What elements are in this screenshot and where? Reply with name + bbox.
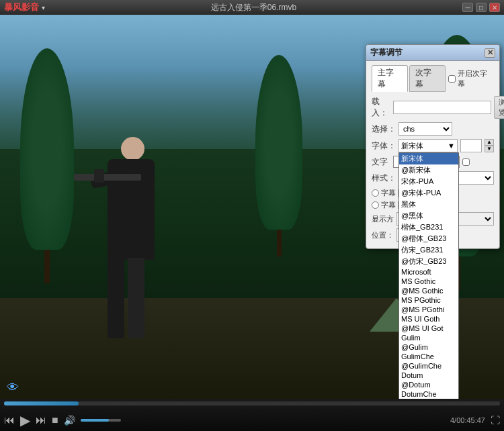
enable-secondary-label: 开启次字幕 (458, 68, 495, 89)
font-list-item[interactable]: 新宋体 (399, 153, 458, 164)
font-list-item[interactable]: 楷体_GB231 (399, 222, 458, 233)
next-button[interactable]: ⏭ (36, 414, 46, 426)
person-figure (87, 137, 175, 338)
font-list-item[interactable]: @仿宋_GB23 (399, 256, 458, 267)
tab-secondary-subtitle[interactable]: 次字幕 (409, 65, 446, 92)
font-list-item[interactable]: MS UI Goth (399, 314, 458, 324)
select-label: 选择： (372, 124, 396, 135)
progress-fill (4, 401, 79, 405)
font-list-item[interactable]: Dotum (399, 371, 458, 380)
load-input[interactable] (393, 101, 491, 114)
titlebar: 暴风影音 ▾ 远古入侵第一季06.rmvb ─ □ ✕ (0, 0, 504, 15)
font-list-item[interactable]: @Dotum (399, 380, 458, 389)
font-list-item[interactable]: @楷体_GB23 (399, 233, 458, 244)
font-list-item[interactable]: @宋体-PUA (399, 187, 458, 199)
display-label: 显示方 (372, 214, 394, 224)
font-list-item[interactable]: Gulim (399, 333, 458, 342)
tree-mid (255, 55, 302, 256)
select-row: 选择： chs cht eng (372, 122, 494, 136)
video-area: 字幕调节 ✕ 主字幕 次字幕 开启次字幕 载入： 浏览 选 (0, 15, 504, 399)
app-logo: 暴风影音 (4, 1, 39, 13)
progress-bar[interactable] (4, 401, 500, 405)
load-row: 载入： 浏览 (372, 96, 494, 119)
maximize-button[interactable]: □ (476, 3, 487, 12)
font-select-display[interactable]: 新宋体 ▼ (398, 139, 458, 152)
font-row: 字体： 新宋体 ▼ 新宋体@新宋体宋体-PUA@宋体-PUA黑体@黑体楷体_GB… (372, 139, 494, 152)
browse-button[interactable]: 浏览 (494, 96, 504, 119)
dialog-close-button[interactable]: ✕ (485, 48, 495, 58)
titlebar-left: 暴风影音 ▾ (4, 1, 45, 13)
font-size-up[interactable]: ▲ (485, 139, 494, 146)
font-list-item[interactable]: MS Gothic (399, 277, 458, 286)
enable-secondary-checkbox[interactable] (448, 75, 456, 83)
volume-icon: 🔊 (64, 415, 75, 426)
font-list-item[interactable]: @MS PGothi (399, 305, 458, 314)
font-list-item[interactable]: 仿宋_GB231 (399, 244, 458, 256)
font-list-item[interactable]: @GulimChe (399, 361, 458, 371)
play-button[interactable]: ▶ (20, 412, 30, 428)
dialog-title: 字幕调节 (370, 47, 403, 58)
subtitle-radio2[interactable] (372, 201, 379, 209)
text-label: 文字 (372, 156, 390, 168)
language-select[interactable]: chs cht eng (398, 122, 452, 136)
tab-main-subtitle[interactable]: 主字幕 (372, 65, 408, 92)
fullscreen-button[interactable]: ⛶ (491, 415, 500, 426)
font-select-container: 新宋体 ▼ 新宋体@新宋体宋体-PUA@宋体-PUA黑体@黑体楷体_GB231@… (398, 139, 458, 152)
controls-right: 4/00:45:47 ⛶ (450, 415, 500, 426)
enable-secondary-checkbox-row: 开启次字幕 (448, 68, 495, 89)
minimize-button[interactable]: ─ (462, 3, 473, 12)
tab-row: 主字幕 次字幕 开启次字幕 (372, 65, 494, 92)
font-list-item[interactable]: 宋体-PUA (399, 176, 458, 187)
window-title: 远古入侵第一季06.rmvb (45, 2, 462, 13)
style-label: 样式： (372, 173, 396, 184)
font-size-down[interactable]: ▼ (485, 146, 494, 152)
dialog-titlebar: 字幕调节 ✕ (366, 45, 499, 61)
font-size-spin: ▲ ▼ (485, 139, 494, 152)
tree-left (20, 48, 74, 283)
font-list-item[interactable]: 黑体 (399, 199, 458, 210)
time-display: 4/00:45:47 (450, 416, 485, 424)
font-list-item[interactable]: MS PGothic (399, 295, 458, 305)
font-list-item[interactable]: Microsoft (399, 267, 458, 277)
subtitle-dialog: 字幕调节 ✕ 主字幕 次字幕 开启次字幕 载入： 浏览 选 (366, 44, 500, 249)
volume-fill (81, 419, 109, 422)
font-dropdown-list[interactable]: 新宋体@新宋体宋体-PUA@宋体-PUA黑体@黑体楷体_GB231@楷体_GB2… (398, 152, 459, 399)
eye-icon[interactable]: 👁 (7, 381, 19, 395)
subtitle-radio1[interactable] (372, 189, 379, 197)
font-dropdown-arrow: ▼ (448, 142, 455, 150)
controls-row: ⏮ ▶ ⏭ ■ 🔊 4/00:45:47 ⛶ (4, 412, 500, 428)
font-list-item[interactable]: GulimChe (399, 352, 458, 361)
controls-bar: ⏮ ▶ ⏭ ■ 🔊 4/00:45:47 ⛶ (0, 399, 504, 431)
position-label: 位置： (372, 230, 394, 240)
load-label: 载入： (372, 96, 390, 119)
font-list-item[interactable]: @新宋体 (399, 164, 458, 176)
font-list-item[interactable]: @黑体 (399, 210, 458, 222)
close-button[interactable]: ✕ (489, 3, 500, 12)
volume-bar[interactable] (81, 419, 121, 422)
shadow-checkbox[interactable] (462, 158, 470, 166)
font-list-item[interactable]: @Gulim (399, 342, 458, 352)
subtitle-label2: 字幕 (381, 200, 396, 210)
dialog-body: 主字幕 次字幕 开启次字幕 载入： 浏览 选择： chs cht (366, 61, 499, 248)
font-current-value: 新宋体 (401, 141, 423, 151)
font-list-item[interactable]: @MS UI Got (399, 324, 458, 333)
font-list-item[interactable]: DotumChe (399, 389, 458, 399)
window-controls: ─ □ ✕ (462, 3, 500, 12)
controls-left: ⏮ ▶ ⏭ ■ 🔊 (4, 412, 121, 428)
font-size-input[interactable]: 18 (460, 139, 482, 152)
prev-button[interactable]: ⏮ (4, 414, 15, 426)
font-label: 字体： (372, 140, 396, 152)
stop-button[interactable]: ■ (52, 414, 58, 426)
font-list-item[interactable]: @MS Gothic (399, 286, 458, 295)
subtitle-label1: 字幕 (381, 188, 396, 198)
